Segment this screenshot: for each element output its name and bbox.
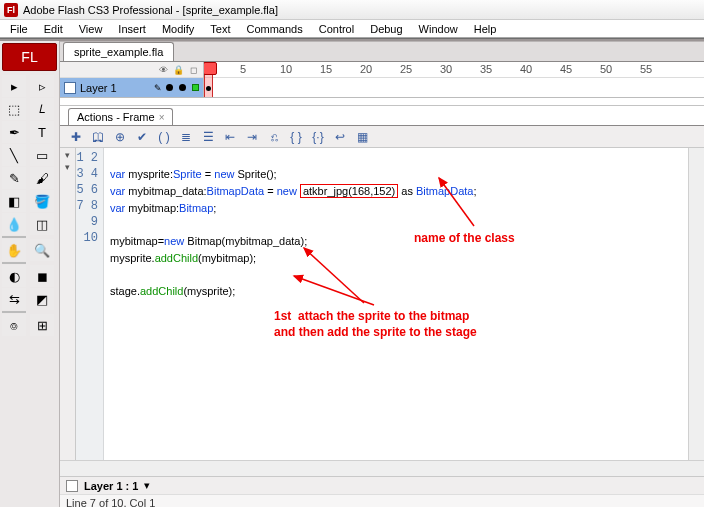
rectangle-tool[interactable]: ▭: [30, 144, 54, 166]
flash-badge-icon: FL: [2, 43, 57, 71]
snap-tool[interactable]: ⌾: [2, 314, 26, 336]
keyframe-icon: [206, 86, 211, 91]
title-bar: Fl Adobe Flash CS3 Professional - [sprit…: [0, 0, 704, 20]
document-tab[interactable]: sprite_example.fla: [63, 42, 174, 61]
annotation-attach: 1st attach the sprite to the bitmap and …: [274, 308, 477, 340]
pen-tool[interactable]: ✒: [2, 121, 26, 143]
annotated-class-name: atkbr_jpg(168,152): [300, 184, 398, 198]
menu-window[interactable]: Window: [411, 21, 466, 37]
subselection-tool[interactable]: ▹: [30, 75, 54, 97]
lasso-tool[interactable]: 𝘓: [30, 98, 54, 120]
find-icon[interactable]: 🕮: [90, 129, 106, 145]
code-editor[interactable]: var mysprite:Sprite = new Sprite(); var …: [104, 148, 704, 460]
fold-icon[interactable]: ▾: [65, 150, 70, 160]
collapse-between-icon[interactable]: ⇤: [222, 129, 238, 145]
fold-icon[interactable]: ▾: [65, 162, 70, 172]
ink-bottle-tool[interactable]: ◧: [2, 190, 26, 212]
menu-modify[interactable]: Modify: [154, 21, 202, 37]
code-fold-strip[interactable]: ▾ ▾: [60, 148, 76, 460]
option-tool[interactable]: ⊞: [30, 314, 54, 336]
pencil-tool[interactable]: ✎: [2, 167, 26, 189]
menu-insert[interactable]: Insert: [110, 21, 154, 37]
timeline-ruler[interactable]: 1 5 10 15 20 25 30 35 40 45 50 55: [204, 62, 704, 78]
tool-separator: [2, 311, 26, 313]
vertical-scrollbar[interactable]: [688, 148, 704, 460]
layer-icon: [64, 82, 76, 94]
check-syntax-icon[interactable]: ✔: [134, 129, 150, 145]
default-colors[interactable]: ◩: [30, 288, 54, 310]
auto-format-icon[interactable]: ( ): [156, 129, 172, 145]
playhead[interactable]: [204, 62, 213, 97]
swap-colors[interactable]: ⇆: [2, 288, 26, 310]
dropdown-icon[interactable]: ▾: [144, 479, 150, 492]
menu-help[interactable]: Help: [466, 21, 505, 37]
target-path-icon[interactable]: ⊕: [112, 129, 128, 145]
text-tool[interactable]: T: [30, 121, 54, 143]
actions-panel: Actions - Frame × ✚ 🕮 ⊕ ✔ ( ) ≣ ☰ ⇤ ⇥ ⎌ …: [60, 105, 704, 507]
collapse-selection-icon[interactable]: ⇥: [244, 129, 260, 145]
show-hint-icon[interactable]: ≣: [178, 129, 194, 145]
visibility-dot-icon[interactable]: [166, 84, 173, 91]
menu-control[interactable]: Control: [311, 21, 362, 37]
brush-tool[interactable]: 🖌: [30, 167, 54, 189]
free-transform-tool[interactable]: ⬚: [2, 98, 26, 120]
hand-tool[interactable]: ✋: [2, 239, 26, 261]
close-icon[interactable]: ×: [159, 112, 165, 123]
edit-icon: ✎: [154, 83, 162, 93]
outline-color-icon[interactable]: [192, 84, 199, 91]
menu-bar: File Edit View Insert Modify Text Comman…: [0, 20, 704, 38]
eraser-tool[interactable]: ◫: [30, 213, 54, 235]
tool-separator: [2, 262, 26, 264]
menu-edit[interactable]: Edit: [36, 21, 71, 37]
tool-separator: [2, 236, 26, 238]
actions-toolbar: ✚ 🕮 ⊕ ✔ ( ) ≣ ☰ ⇤ ⇥ ⎌ { } {·} ↩ ▦: [60, 126, 704, 148]
page-icon: [66, 480, 78, 492]
selection-tool[interactable]: ▸: [2, 75, 26, 97]
menu-file[interactable]: File: [2, 21, 36, 37]
debug-options-icon[interactable]: ☰: [200, 129, 216, 145]
apply-line-comment-icon[interactable]: {·}: [310, 129, 326, 145]
timeline-panel: 👁 🔒 ◻ Layer 1 ✎ 1: [60, 62, 704, 98]
menu-text[interactable]: Text: [202, 21, 238, 37]
layer-row[interactable]: Layer 1 ✎: [60, 78, 203, 97]
zoom-tool[interactable]: 🔍: [30, 239, 54, 261]
script-assist-icon[interactable]: ▦: [354, 129, 370, 145]
script-nav[interactable]: Layer 1 : 1 ▾: [60, 476, 704, 494]
lock-dot-icon[interactable]: [179, 84, 186, 91]
svg-line-1: [304, 248, 364, 303]
layer-name: Layer 1: [80, 82, 150, 94]
tools-panel: FL ▸ ▹ ⬚ 𝘓 ✒ T ╲ ▭ ✎ 🖌 ◧ 🪣 💧 ◫ ✋ 🔍 ◐ ◼ ⇆…: [0, 41, 60, 507]
title-text: Adobe Flash CS3 Professional - [sprite_e…: [23, 4, 278, 16]
svg-line-2: [294, 276, 374, 305]
eyedropper-tool[interactable]: 💧: [2, 213, 26, 235]
document-tabs: sprite_example.fla: [60, 42, 704, 62]
menu-view[interactable]: View: [71, 21, 111, 37]
annotation-class-name: name of the class: [414, 230, 515, 246]
actions-tab[interactable]: Actions - Frame ×: [68, 108, 173, 125]
remove-comment-icon[interactable]: ↩: [332, 129, 348, 145]
lock-icon[interactable]: 🔒: [173, 64, 184, 75]
line-gutter: 1 2 3 4 5 6 7 8 9 10: [76, 148, 104, 460]
apply-block-comment-icon[interactable]: { }: [288, 129, 304, 145]
show-hide-icon[interactable]: 👁: [158, 64, 169, 75]
frames-row[interactable]: [204, 78, 704, 97]
expand-all-icon[interactable]: ⎌: [266, 129, 282, 145]
menu-debug[interactable]: Debug: [362, 21, 410, 37]
status-bar: Line 7 of 10, Col 1: [60, 494, 704, 507]
app-logo-icon: Fl: [4, 3, 18, 17]
menu-commands[interactable]: Commands: [238, 21, 310, 37]
paint-bucket-tool[interactable]: 🪣: [30, 190, 54, 212]
horizontal-scrollbar[interactable]: [60, 460, 704, 476]
outline-icon[interactable]: ◻: [188, 64, 199, 75]
add-script-icon[interactable]: ✚: [68, 129, 84, 145]
stroke-color[interactable]: ◐: [2, 265, 26, 287]
line-tool[interactable]: ╲: [2, 144, 26, 166]
fill-color[interactable]: ◼: [30, 265, 54, 287]
